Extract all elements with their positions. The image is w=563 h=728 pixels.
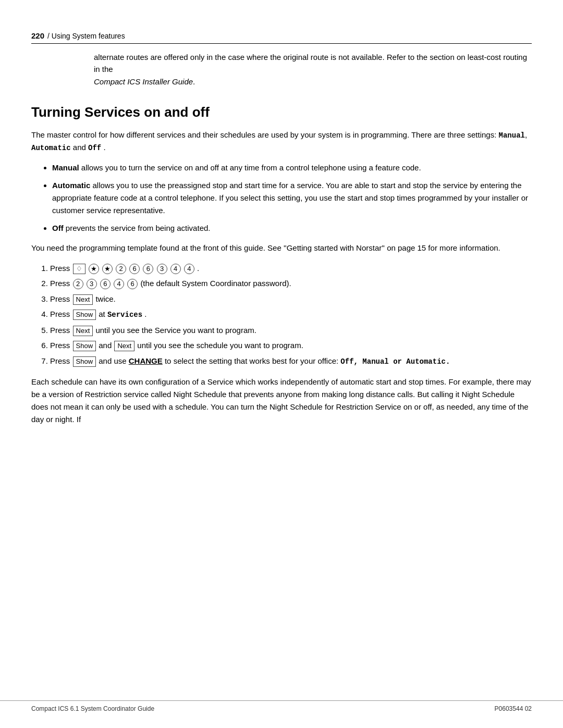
key-show-4: Show [73, 310, 96, 320]
steps-list: Press ♢ ★ ★ 2 6 6 3 4 4 . Press 2 3 6 4 … [31, 262, 532, 368]
page: 220 / Using System features alternate ro… [0, 0, 563, 728]
step-4-period: . [144, 310, 146, 318]
intro-italic: Compact ICS Installer Guide [94, 77, 193, 86]
mono-off: Off [88, 144, 101, 152]
key-4b: 4 [184, 264, 194, 274]
key-star2: ★ [102, 264, 113, 274]
step-2-after: (the default System Coordinator password… [140, 279, 291, 288]
key-6d: 6 [127, 279, 138, 289]
bullet-manual-bold: Manual [52, 163, 79, 172]
bullet-manual: Manual allows you to turn the service on… [52, 162, 532, 174]
step-3-after: twice. [95, 294, 115, 303]
step-6-and: and [99, 341, 114, 350]
key-next-3: Next [73, 294, 93, 305]
step-4-at: at [99, 310, 107, 318]
step-3: Press Next twice. [50, 292, 532, 306]
footer: Compact ICS 6.1 System Coordinator Guide… [0, 700, 563, 712]
step-1-period: . [197, 264, 199, 273]
key-4a: 4 [170, 264, 181, 274]
key-next-5: Next [73, 326, 93, 336]
step-7-and-use: and use [99, 356, 129, 365]
bullet-off: Off prevents the service from being acti… [52, 222, 532, 235]
page-number: 220 [31, 31, 44, 40]
content-area: alternate routes are offered only in the… [0, 44, 563, 426]
opening-para-text: The master control for how different ser… [31, 130, 496, 139]
step-1: Press ♢ ★ ★ 2 6 6 3 4 4 . [50, 262, 532, 275]
step-7-change: CHANGE [129, 356, 163, 365]
intro-text: alternate routes are offered only in the… [94, 53, 527, 73]
key-3b: 3 [87, 279, 97, 289]
step-1-text: Press [50, 264, 72, 273]
step-4-press: Press [50, 310, 72, 318]
template-para: You need the programming template found … [31, 242, 532, 254]
bullet-automatic-bold: Automatic [52, 181, 90, 190]
key-c: ♢ [73, 264, 85, 274]
opening-para: The master control for how different ser… [31, 129, 532, 154]
key-next-6: Next [114, 341, 134, 351]
step-3-press: Press [50, 294, 72, 303]
intro-period: . [193, 77, 195, 86]
period: . [103, 143, 105, 152]
bullet-off-bold: Off [52, 224, 64, 232]
step-2-text: Press [50, 279, 72, 288]
bullet-list: Manual allows you to turn the service on… [31, 162, 532, 235]
key-star1: ★ [89, 264, 99, 274]
step-5-press: Press [50, 326, 72, 335]
intro-block: alternate routes are offered only in the… [31, 44, 532, 95]
bullet-manual-text: allows you to turn the service on and of… [81, 163, 421, 172]
mono-automatic: Automatic [31, 144, 71, 152]
key-2: 2 [116, 264, 126, 274]
footer-right: P0603544 02 [495, 705, 532, 712]
step-7: Press Show and use CHANGE to select the … [50, 354, 532, 368]
step-2: Press 2 3 6 4 6 (the default System Coor… [50, 277, 532, 290]
step-6-after: until you see the schedule you want to p… [137, 341, 303, 350]
header-line: 220 / Using System features [31, 31, 532, 44]
key-show-6: Show [73, 341, 96, 351]
bullet-automatic: Automatic allows you to use the preassig… [52, 179, 532, 217]
step-6: Press Show and Next until you see the sc… [50, 339, 532, 352]
footer-left: Compact ICS 6.1 System Coordinator Guide [31, 705, 154, 712]
step-5: Press Next until you see the Service you… [50, 324, 532, 337]
mono-manual: Manual [499, 131, 525, 140]
step-7-to-select: to select the setting that works best fo… [165, 356, 340, 365]
step-7-press: Press [50, 356, 72, 365]
bullet-off-text: prevents the service from being activate… [66, 224, 211, 232]
header-area: 220 / Using System features [0, 0, 563, 44]
closing-para: Each schedule can have its own configura… [31, 376, 532, 426]
step-5-after: until you see the Service you want to pr… [95, 326, 256, 335]
and-text: and [73, 143, 88, 152]
step-7-mono: Off, Manual or Automatic. [340, 357, 450, 366]
key-6c: 6 [100, 279, 111, 289]
header-subtitle: / Using System features [47, 32, 125, 40]
key-show-7: Show [73, 356, 96, 367]
key-6b: 6 [143, 264, 153, 274]
key-3: 3 [157, 264, 167, 274]
step-4-services: Services [107, 311, 142, 319]
bullet-automatic-text: allows you to use the preassigned stop a… [52, 181, 528, 215]
key-6a: 6 [129, 264, 140, 274]
step-6-press: Press [50, 341, 72, 350]
key-4c: 4 [114, 279, 124, 289]
section-title: Turning Services on and off [31, 104, 532, 120]
key-2b: 2 [73, 279, 83, 289]
step-4: Press Show at Services . [50, 307, 532, 322]
